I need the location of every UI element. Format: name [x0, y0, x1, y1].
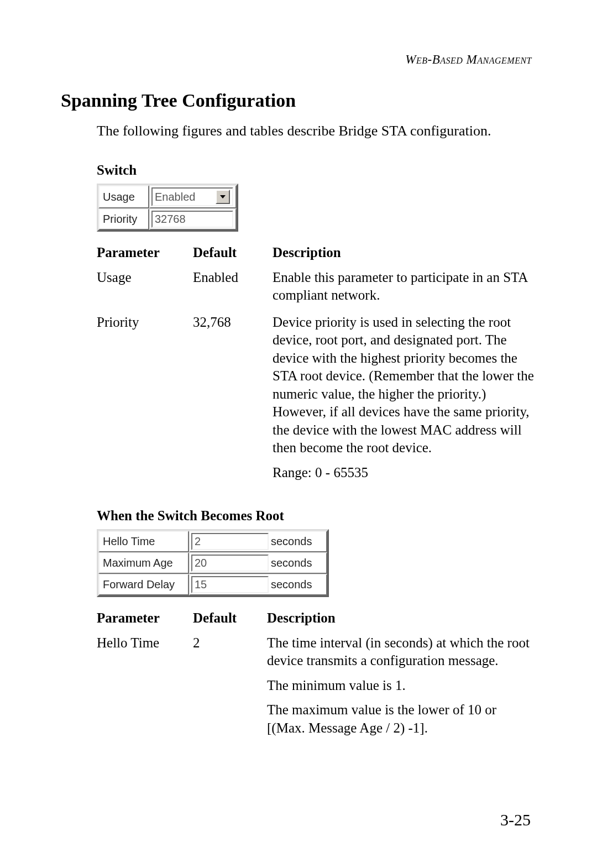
col-default: Default	[193, 242, 273, 266]
param-desc: Enable this parameter to participate in …	[273, 266, 536, 311]
table-row: Hello Time 2 The time interval (in secon…	[97, 632, 536, 744]
switch-ui-panel: Usage Enabled Priority 32768	[97, 184, 238, 232]
chevron-down-icon	[220, 195, 226, 198]
priority-input-cell: 32768	[149, 208, 237, 230]
fwd-input[interactable]: 15	[191, 576, 269, 593]
desc-text: The minimum value is 1.	[267, 677, 536, 695]
table-row: Priority 32,768 Device priority is used …	[97, 311, 536, 489]
fwd-label: Forward Delay	[98, 574, 189, 595]
section-heading: Spanning Tree Configuration	[61, 90, 536, 111]
usage-value: Enabled	[155, 191, 195, 203]
root-param-table: Parameter Default Description Hello Time…	[97, 607, 536, 744]
hello-input[interactable]: 2	[191, 533, 269, 550]
desc-text: The maximum value is the lower of 10 or …	[267, 701, 536, 737]
unit-label: seconds	[269, 578, 312, 591]
desc-text: The time interval (in seconds) at which …	[267, 634, 536, 670]
usage-dropdown-cell: Enabled	[149, 185, 237, 208]
param-name: Priority	[97, 311, 193, 489]
hello-input-cell: 2 seconds	[189, 531, 327, 552]
usage-label: Usage	[98, 185, 149, 208]
usage-dropdown[interactable]: Enabled	[151, 187, 233, 206]
desc-text: Device priority is used in selecting the…	[273, 313, 536, 457]
maxage-value: 20	[195, 557, 207, 569]
param-name: Usage	[97, 266, 193, 311]
fwd-input-cell: 15 seconds	[189, 574, 327, 595]
col-parameter: Parameter	[97, 242, 193, 266]
subheading-root: When the Switch Becomes Root	[97, 508, 536, 524]
fwd-value: 15	[195, 578, 207, 591]
priority-input[interactable]: 32768	[151, 211, 233, 228]
maxage-input-cell: 20 seconds	[189, 552, 327, 574]
intro-text: The following figures and tables describ…	[97, 121, 536, 140]
unit-label: seconds	[269, 557, 312, 569]
dropdown-button[interactable]	[216, 190, 230, 204]
desc-text: Enable this parameter to participate in …	[273, 269, 536, 305]
param-default: Enabled	[193, 266, 273, 311]
maxage-label: Maximum Age	[98, 552, 189, 574]
subheading-switch: Switch	[97, 163, 536, 178]
root-ui-panel: Hello Time 2 seconds Maximum Age 20 seco…	[97, 529, 329, 597]
param-desc: Device priority is used in selecting the…	[273, 311, 536, 489]
priority-value: 32768	[155, 213, 186, 226]
maxage-input[interactable]: 20	[191, 555, 269, 572]
hello-label: Hello Time	[98, 531, 189, 552]
param-default: 32,768	[193, 311, 273, 489]
param-default: 2	[193, 632, 267, 744]
unit-label: seconds	[269, 535, 312, 548]
priority-label: Priority	[98, 208, 149, 230]
param-name: Hello Time	[97, 632, 193, 744]
desc-text: Range: 0 - 65535	[273, 464, 536, 482]
switch-param-table: Parameter Default Description Usage Enab…	[97, 242, 536, 488]
col-description: Description	[273, 242, 536, 266]
hello-value: 2	[195, 535, 201, 548]
param-desc: The time interval (in seconds) at which …	[267, 632, 536, 744]
page-number: 3-25	[500, 811, 531, 829]
col-parameter: Parameter	[97, 607, 193, 632]
page-header: Web-Based Management	[61, 53, 536, 67]
col-description: Description	[267, 607, 536, 632]
col-default: Default	[193, 607, 267, 632]
table-row: Usage Enabled Enable this parameter to p…	[97, 266, 536, 311]
